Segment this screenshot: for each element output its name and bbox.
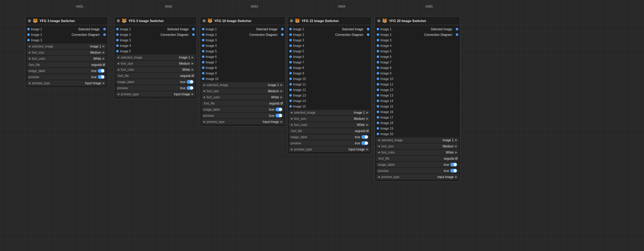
next-arrow[interactable]: ▶	[280, 120, 284, 123]
next-arrow[interactable]: ▶	[454, 139, 458, 142]
next-arrow[interactable]: ▶	[454, 151, 458, 154]
prev-arrow[interactable]: ◀	[289, 117, 293, 120]
next-arrow[interactable]: ▶	[365, 117, 369, 120]
node-884-body: Image 1 Selected Image Image 2 Connectio…	[288, 25, 371, 154]
node-884-param-selected-image[interactable]: ◀ selected_image Image 1 ▶	[289, 110, 370, 115]
node-884-param-image-label[interactable]: image_label true	[289, 134, 370, 140]
next-arrow[interactable]: ▶	[454, 175, 458, 178]
toggle-preview[interactable]	[450, 169, 457, 173]
next-arrow[interactable]: ▶	[365, 148, 369, 151]
next-arrow[interactable]: ▶	[191, 62, 195, 65]
port-dot-right	[367, 28, 369, 30]
node-884-port-image15: Image 15	[288, 104, 371, 109]
prev-arrow[interactable]: ◀	[116, 62, 120, 65]
node-883-param-font-color[interactable]: ◀ font_color White ▶	[201, 94, 284, 100]
node-885-port-image7: Image 7	[375, 59, 460, 65]
node-882-param-image-label[interactable]: image_label true	[116, 79, 195, 85]
prev-arrow[interactable]: ◀	[27, 57, 31, 60]
toggle-image-label[interactable]	[361, 135, 368, 139]
port-dot	[289, 100, 292, 102]
next-arrow[interactable]: ▶	[191, 56, 195, 59]
node-885-param-preview[interactable]: preview true	[376, 168, 459, 173]
next-arrow[interactable]: ▶	[191, 93, 195, 96]
toggle-preview[interactable]	[276, 114, 282, 117]
prev-arrow[interactable]: ◀	[202, 83, 206, 86]
node-885-port-image3: Image 3	[375, 37, 460, 43]
next-arrow[interactable]: ▶	[280, 83, 284, 86]
prev-arrow[interactable]: ◀	[377, 175, 381, 178]
node-882-param-preview[interactable]: preview true	[116, 85, 195, 91]
node-882-param-font-color[interactable]: ◀ font_color White ▶	[116, 67, 195, 72]
node-881-param-image-label[interactable]: image_label true	[27, 68, 106, 74]
node-881-param-font-color[interactable]: ◀ font_color White ▶	[27, 56, 106, 61]
node-883-param-image-label[interactable]: image_label true	[201, 107, 284, 112]
node-881-param-preview[interactable]: preview true	[27, 74, 106, 80]
prev-arrow[interactable]: ◀	[202, 89, 206, 93]
toggle-image-label[interactable]	[276, 108, 282, 111]
node-885-param-selected-image[interactable]: ◀ selected_image Image 1 ▶	[376, 137, 459, 143]
node-884-param-font-color[interactable]: ◀ font_color White ▶	[289, 122, 370, 127]
next-arrow[interactable]: ▶	[102, 57, 106, 60]
node-884-port-image8: Image 8	[288, 65, 371, 70]
node-884-param-preview[interactable]: preview true	[289, 140, 370, 146]
node-885-param-image-label[interactable]: image_label true	[376, 162, 459, 167]
prev-arrow[interactable]: ◀	[116, 68, 120, 71]
port-dot	[377, 28, 379, 30]
prev-arrow[interactable]: ◀	[289, 123, 293, 126]
prev-arrow[interactable]: ◀	[377, 145, 381, 148]
toggle-preview[interactable]	[361, 141, 368, 145]
prev-arrow[interactable]: ◀	[116, 93, 120, 96]
toggle-image-label[interactable]	[450, 163, 457, 166]
toggle-preview[interactable]	[98, 75, 105, 79]
port-dot	[377, 61, 379, 63]
prev-arrow[interactable]: ◀	[377, 139, 381, 142]
port-dot-right	[192, 28, 195, 30]
port-dot	[377, 44, 379, 47]
node-883-header: 🐯 YFG 10 Image Switcher	[200, 17, 285, 25]
node-885-param-preview-type[interactable]: ◀ preview_type Input Image ▶	[376, 174, 459, 180]
port-dot	[116, 39, 119, 41]
prev-arrow[interactable]: ◀	[27, 82, 31, 85]
next-arrow[interactable]: ▶	[191, 68, 195, 71]
next-arrow[interactable]: ▶	[102, 51, 106, 54]
node-884-param-font-size[interactable]: ◀ font_size Medium ▶	[289, 116, 370, 121]
node-883-param-preview-type[interactable]: ◀ preview_type Input Image ▶	[201, 119, 284, 124]
node-883-param-font-size[interactable]: ◀ font_size Medium ▶	[201, 88, 284, 94]
prev-arrow[interactable]: ◀	[289, 111, 293, 114]
node-881-port-image2: Image 2 Connection Diagram	[25, 32, 108, 37]
port-dot-right	[103, 33, 106, 36]
prev-arrow[interactable]: ◀	[27, 51, 31, 54]
node-881-param-selected-image[interactable]: ◀ selected_image Image 1 ▶	[27, 44, 106, 49]
prev-arrow[interactable]: ◀	[27, 45, 31, 48]
node-883-param-preview[interactable]: preview true	[201, 113, 284, 118]
node-881: 🐯 YFG 3 Image Switcher Image 1 Selected …	[25, 16, 108, 88]
node-881-param-font-size[interactable]: ◀ font_size Medium ▶	[27, 50, 106, 55]
node-883-param-selected-image[interactable]: ◀ selected_image Image 1 ▶	[201, 82, 284, 88]
toggle-image-label[interactable]	[98, 69, 105, 73]
node-882-param-selected-image[interactable]: ◀ selected_image Image 1 ▶	[116, 55, 195, 60]
prev-arrow[interactable]: ◀	[377, 151, 381, 154]
toggle-preview[interactable]	[187, 86, 193, 90]
toggle-image-label[interactable]	[187, 80, 193, 84]
next-arrow[interactable]: ▶	[102, 82, 106, 85]
node-882-param-font-size[interactable]: ◀ font_size Medium ▶	[116, 61, 195, 66]
next-arrow[interactable]: ▶	[365, 111, 369, 114]
prev-arrow[interactable]: ◀	[116, 56, 120, 59]
next-arrow[interactable]: ▶	[454, 145, 458, 148]
node-885-param-font-color[interactable]: ◀ font_color White ▶	[376, 150, 459, 155]
node-885-param-font-size[interactable]: ◀ font_size Medium ▶	[376, 143, 459, 149]
next-arrow[interactable]: ▶	[280, 89, 284, 93]
prev-arrow[interactable]: ◀	[202, 96, 206, 99]
col-header-885: #885	[374, 5, 484, 8]
node-884-param-preview-type[interactable]: ◀ preview_type Input Image ▶	[289, 146, 370, 152]
prev-arrow[interactable]: ◀	[289, 148, 293, 151]
node-885-status-dot	[377, 19, 380, 22]
next-arrow[interactable]: ▶	[280, 96, 284, 99]
node-881-param-preview-type[interactable]: ◀ preview_type Input Image ▶	[27, 80, 106, 86]
prev-arrow[interactable]: ◀	[202, 120, 206, 123]
node-885-port-image11: Image 11	[375, 82, 460, 87]
next-arrow[interactable]: ▶	[365, 123, 369, 126]
port-dot	[202, 39, 204, 41]
next-arrow[interactable]: ▶	[102, 45, 106, 48]
node-882-param-preview-type[interactable]: ◀ preview_type Input Image ▶	[116, 91, 195, 97]
